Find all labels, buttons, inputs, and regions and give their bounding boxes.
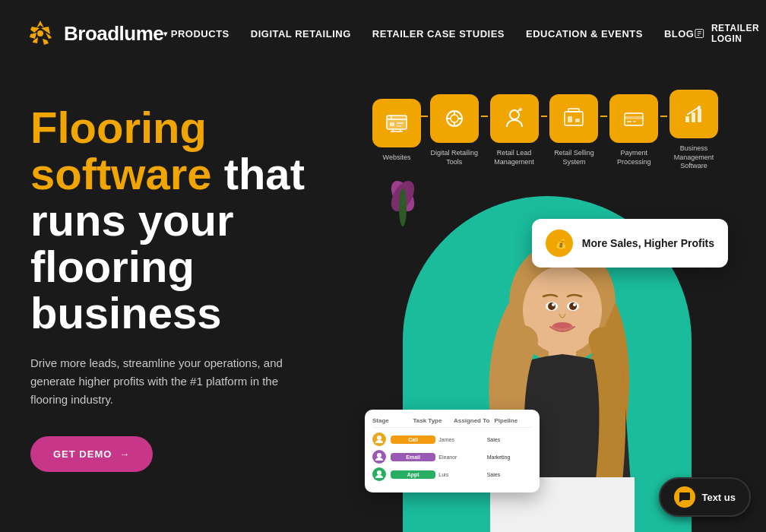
svg-point-36 [698,106,701,109]
svg-rect-11 [397,122,404,124]
pipeline-label-bms: Business Management Software [667,144,720,171]
svg-point-44 [548,302,556,310]
pipeline-label-retail-lead: Retail Lead Management [488,149,541,166]
pipeline-icon-retail-lead [490,94,539,143]
pipeline-step-websites: Websites [372,99,421,163]
text-us-button[interactable]: Text us [659,477,751,517]
nav-digital-retailing[interactable]: DIGITAL RETAILING [251,28,351,40]
pipeline-steps: Websites Digital Retailing Tools [372,90,720,171]
retailer-login-icon [694,25,704,42]
hero-title-flooring2: flooring [30,242,195,291]
pipeline-connector-1 [421,116,428,117]
svg-rect-33 [685,116,689,122]
svg-rect-10 [390,122,394,126]
blog-label: BLOG [664,28,695,40]
svg-rect-7 [387,116,407,129]
svg-point-39 [399,188,407,226]
svg-rect-28 [575,119,580,122]
broadlume-logo-icon [24,17,56,49]
hero-title: Flooring software that runs your floorin… [30,105,357,336]
pipeline-step-payment: Payment Processing [607,94,660,166]
sales-card: 💰 More Sales, Higher Profits [532,219,728,268]
hero-title-flooring: Flooring [30,103,207,152]
brand-name: Broadlume [64,22,163,46]
hero-title-software: software [30,149,212,198]
pipeline-label-digital: Digital Retailing Tools [428,149,481,166]
svg-point-55 [377,470,381,475]
nav-blog[interactable]: BLOG [664,28,695,40]
get-demo-label: GET DEMO [53,448,112,460]
retailer-login-label: RETAILER LOGIN [711,23,765,44]
table-row: EmailEleanorMarketing [372,450,532,464]
flower-decoration [380,181,426,243]
text-us-label: Text us [701,492,736,503]
data-table-card: Stage Task Type Assigned To Pipeline Cal… [365,410,540,492]
hero-illustration: Websites Digital Retailing Tools [357,82,736,532]
svg-point-24 [519,108,522,111]
digital-retailing-label: DIGITAL RETAILING [251,28,351,40]
svg-point-17 [451,115,458,122]
data-table-rows: CallJamesSalesEmailEleanorMarketingApptL… [372,432,532,481]
products-label: PRODUCTS [171,28,229,40]
pipeline-icon-websites [372,99,421,147]
pipeline-connector-5 [660,116,667,117]
col-task-type: Task Type [413,417,451,424]
hero-title-that: that [212,149,305,198]
header: Broadlume ▾ PRODUCTS DIGITAL RETAILING R… [0,0,766,67]
hero-title-business: business [30,288,221,337]
col-assigned-to: Assigned To [454,417,492,424]
nav-education-events[interactable]: EDUCATION & EVENTS [526,28,643,40]
svg-point-0 [37,30,43,36]
pipeline-label-websites: Websites [383,154,411,163]
svg-rect-31 [627,121,631,122]
pipeline-icon-bms [669,90,718,138]
nav-retailer-case-studies[interactable]: RETAILER CASE STUDIES [372,28,505,40]
pipeline-label-retail-selling: Retail Selling System [547,149,600,166]
svg-rect-25 [565,112,583,125]
get-demo-arrow: → [119,448,130,460]
nav-products[interactable]: ▾ PRODUCTS [163,28,229,40]
sales-card-icon: 💰 [546,230,573,257]
svg-point-50 [553,322,571,328]
svg-rect-26 [568,109,579,112]
svg-point-48 [573,303,576,306]
logo[interactable]: Broadlume [24,17,163,49]
svg-rect-35 [698,109,701,122]
main-nav: ▾ PRODUCTS DIGITAL RETAILING RETAILER CA… [163,28,694,40]
svg-rect-32 [633,121,636,122]
pipeline-connector-4 [600,116,607,117]
get-demo-button[interactable]: GET DEMO → [30,436,153,472]
pipeline-step-bms: Business Management Software [667,90,720,171]
svg-point-45 [552,303,555,306]
svg-point-54 [377,453,381,458]
pipeline-step-digital-retailing: Digital Retailing Tools [428,94,481,166]
pipeline-label-payment: Payment Processing [607,149,660,166]
hero-subtitle: Drive more leads, streamline your operat… [30,354,304,409]
svg-text:💰: 💰 [556,238,567,249]
header-actions: RETAILER LOGIN SCHEDULE A DEMO → [694,14,766,53]
table-row: CallJamesSales [372,432,532,446]
svg-point-47 [569,302,577,310]
svg-rect-27 [568,116,572,122]
pipeline-connector-3 [541,116,548,117]
hero-section: Flooring software that runs your floorin… [30,82,357,472]
main-content: Flooring software that runs your floorin… [0,67,766,532]
sales-card-text: More Sales, Higher Profits [582,236,714,250]
svg-rect-12 [397,125,401,127]
products-arrow: ▾ [163,30,168,38]
text-us-icon [674,486,695,508]
svg-rect-30 [625,116,643,119]
data-table-header: Stage Task Type Assigned To Pipeline [372,417,532,428]
svg-rect-34 [692,112,695,122]
pipeline-icon-retail-selling [549,94,598,143]
pipeline-step-retail-lead: Retail Lead Management [488,94,541,166]
pipeline-connector-2 [481,116,488,117]
col-pipeline: Pipeline [495,417,533,424]
svg-point-53 [377,435,381,440]
col-stage: Stage [372,417,410,424]
retailer-login-button[interactable]: RETAILER LOGIN [694,23,764,44]
pipeline-icon-digital-retailing [430,94,479,143]
education-events-label: EDUCATION & EVENTS [526,28,643,40]
retailer-case-studies-label: RETAILER CASE STUDIES [372,28,505,40]
pipeline-icon-payment [609,94,658,143]
